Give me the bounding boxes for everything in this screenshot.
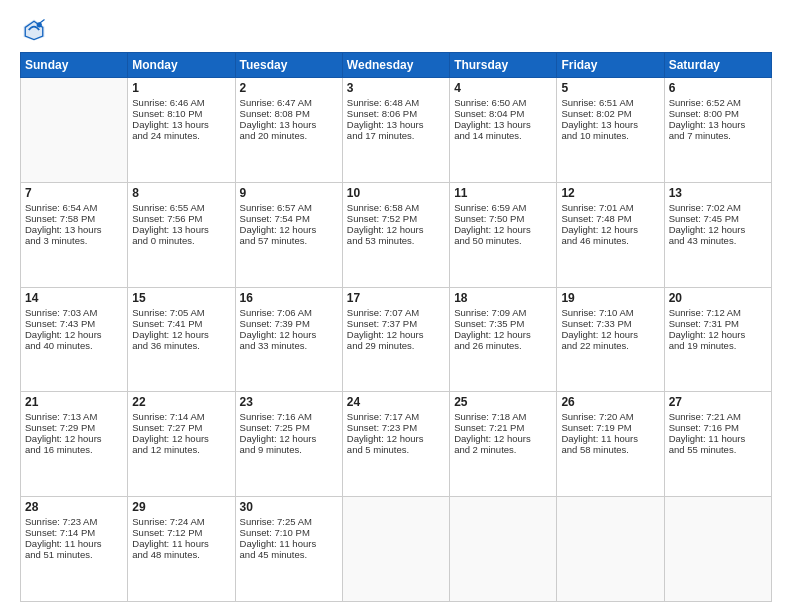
day-info-line: and 16 minutes. bbox=[25, 444, 123, 455]
calendar-header-row: SundayMondayTuesdayWednesdayThursdayFrid… bbox=[21, 53, 772, 78]
calendar-cell: 26Sunrise: 7:20 AMSunset: 7:19 PMDayligh… bbox=[557, 392, 664, 497]
calendar-cell: 11Sunrise: 6:59 AMSunset: 7:50 PMDayligh… bbox=[450, 182, 557, 287]
day-info-line: Sunrise: 7:21 AM bbox=[669, 411, 767, 422]
day-info-line: Sunrise: 6:55 AM bbox=[132, 202, 230, 213]
day-info-line: and 26 minutes. bbox=[454, 340, 552, 351]
day-info-line: Sunrise: 7:20 AM bbox=[561, 411, 659, 422]
calendar-cell: 21Sunrise: 7:13 AMSunset: 7:29 PMDayligh… bbox=[21, 392, 128, 497]
day-number: 9 bbox=[240, 186, 338, 200]
calendar-day-header: Wednesday bbox=[342, 53, 449, 78]
day-info-line: Sunset: 7:25 PM bbox=[240, 422, 338, 433]
calendar-cell: 22Sunrise: 7:14 AMSunset: 7:27 PMDayligh… bbox=[128, 392, 235, 497]
day-info-line: Sunrise: 7:12 AM bbox=[669, 307, 767, 318]
calendar-cell: 2Sunrise: 6:47 AMSunset: 8:08 PMDaylight… bbox=[235, 78, 342, 183]
day-info-line: Sunset: 8:02 PM bbox=[561, 108, 659, 119]
day-info-line: Daylight: 11 hours bbox=[561, 433, 659, 444]
calendar-cell bbox=[664, 497, 771, 602]
calendar-cell: 29Sunrise: 7:24 AMSunset: 7:12 PMDayligh… bbox=[128, 497, 235, 602]
day-number: 3 bbox=[347, 81, 445, 95]
day-number: 23 bbox=[240, 395, 338, 409]
calendar-week-row: 14Sunrise: 7:03 AMSunset: 7:43 PMDayligh… bbox=[21, 287, 772, 392]
day-info-line: and 53 minutes. bbox=[347, 235, 445, 246]
day-info-line: Daylight: 12 hours bbox=[240, 224, 338, 235]
day-number: 17 bbox=[347, 291, 445, 305]
calendar-cell: 16Sunrise: 7:06 AMSunset: 7:39 PMDayligh… bbox=[235, 287, 342, 392]
day-info-line: Daylight: 13 hours bbox=[669, 119, 767, 130]
calendar-week-row: 21Sunrise: 7:13 AMSunset: 7:29 PMDayligh… bbox=[21, 392, 772, 497]
day-info-line: and 36 minutes. bbox=[132, 340, 230, 351]
calendar-cell: 7Sunrise: 6:54 AMSunset: 7:58 PMDaylight… bbox=[21, 182, 128, 287]
day-info-line: Sunrise: 7:03 AM bbox=[25, 307, 123, 318]
day-info-line: Daylight: 12 hours bbox=[25, 329, 123, 340]
day-info-line: Daylight: 11 hours bbox=[240, 538, 338, 549]
day-info-line: Sunset: 7:12 PM bbox=[132, 527, 230, 538]
day-info-line: Daylight: 12 hours bbox=[347, 224, 445, 235]
calendar-day-header: Monday bbox=[128, 53, 235, 78]
day-info-line: Daylight: 11 hours bbox=[132, 538, 230, 549]
day-info-line: Sunset: 7:21 PM bbox=[454, 422, 552, 433]
day-info-line: Daylight: 12 hours bbox=[561, 224, 659, 235]
day-info-line: Sunrise: 6:51 AM bbox=[561, 97, 659, 108]
day-number: 27 bbox=[669, 395, 767, 409]
day-info-line: Sunset: 8:06 PM bbox=[347, 108, 445, 119]
day-info-line: Daylight: 12 hours bbox=[347, 433, 445, 444]
day-number: 4 bbox=[454, 81, 552, 95]
day-info-line: and 48 minutes. bbox=[132, 549, 230, 560]
day-info-line: Sunset: 7:10 PM bbox=[240, 527, 338, 538]
day-info-line: Sunrise: 7:01 AM bbox=[561, 202, 659, 213]
day-info-line: Daylight: 12 hours bbox=[240, 433, 338, 444]
calendar-cell bbox=[21, 78, 128, 183]
calendar-cell: 30Sunrise: 7:25 AMSunset: 7:10 PMDayligh… bbox=[235, 497, 342, 602]
day-info-line: Daylight: 12 hours bbox=[561, 329, 659, 340]
day-info-line: and 46 minutes. bbox=[561, 235, 659, 246]
day-info-line: Sunrise: 6:59 AM bbox=[454, 202, 552, 213]
calendar-cell: 13Sunrise: 7:02 AMSunset: 7:45 PMDayligh… bbox=[664, 182, 771, 287]
day-info-line: and 57 minutes. bbox=[240, 235, 338, 246]
calendar-cell: 19Sunrise: 7:10 AMSunset: 7:33 PMDayligh… bbox=[557, 287, 664, 392]
calendar-cell: 3Sunrise: 6:48 AMSunset: 8:06 PMDaylight… bbox=[342, 78, 449, 183]
day-info-line: Sunrise: 6:52 AM bbox=[669, 97, 767, 108]
day-number: 6 bbox=[669, 81, 767, 95]
day-info-line: Sunset: 7:45 PM bbox=[669, 213, 767, 224]
day-info-line: Daylight: 11 hours bbox=[669, 433, 767, 444]
day-info-line: and 24 minutes. bbox=[132, 130, 230, 141]
day-info-line: Sunset: 7:14 PM bbox=[25, 527, 123, 538]
day-number: 25 bbox=[454, 395, 552, 409]
day-info-line: Sunrise: 7:07 AM bbox=[347, 307, 445, 318]
calendar-cell: 8Sunrise: 6:55 AMSunset: 7:56 PMDaylight… bbox=[128, 182, 235, 287]
day-info-line: Sunset: 7:54 PM bbox=[240, 213, 338, 224]
day-info-line: Sunset: 7:52 PM bbox=[347, 213, 445, 224]
day-number: 15 bbox=[132, 291, 230, 305]
day-info-line: Sunset: 7:58 PM bbox=[25, 213, 123, 224]
day-info-line: Daylight: 12 hours bbox=[669, 224, 767, 235]
calendar-cell bbox=[557, 497, 664, 602]
day-number: 28 bbox=[25, 500, 123, 514]
calendar-cell bbox=[450, 497, 557, 602]
day-info-line: and 14 minutes. bbox=[454, 130, 552, 141]
day-info-line: and 33 minutes. bbox=[240, 340, 338, 351]
day-number: 16 bbox=[240, 291, 338, 305]
day-info-line: Sunrise: 7:18 AM bbox=[454, 411, 552, 422]
day-info-line: Sunrise: 7:14 AM bbox=[132, 411, 230, 422]
day-info-line: Daylight: 12 hours bbox=[454, 224, 552, 235]
day-info-line: Sunset: 7:33 PM bbox=[561, 318, 659, 329]
day-info-line: and 10 minutes. bbox=[561, 130, 659, 141]
calendar-cell bbox=[342, 497, 449, 602]
logo bbox=[20, 16, 52, 44]
calendar-cell: 1Sunrise: 6:46 AMSunset: 8:10 PMDaylight… bbox=[128, 78, 235, 183]
day-info-line: Sunset: 7:19 PM bbox=[561, 422, 659, 433]
calendar-day-header: Friday bbox=[557, 53, 664, 78]
day-info-line: Sunset: 7:41 PM bbox=[132, 318, 230, 329]
day-info-line: Daylight: 12 hours bbox=[132, 433, 230, 444]
page: SundayMondayTuesdayWednesdayThursdayFrid… bbox=[0, 0, 792, 612]
day-info-line: Sunrise: 6:47 AM bbox=[240, 97, 338, 108]
day-info-line: and 50 minutes. bbox=[454, 235, 552, 246]
calendar-cell: 20Sunrise: 7:12 AMSunset: 7:31 PMDayligh… bbox=[664, 287, 771, 392]
day-info-line: Sunset: 7:23 PM bbox=[347, 422, 445, 433]
calendar-day-header: Thursday bbox=[450, 53, 557, 78]
day-info-line: Sunset: 8:00 PM bbox=[669, 108, 767, 119]
day-number: 13 bbox=[669, 186, 767, 200]
calendar-cell: 6Sunrise: 6:52 AMSunset: 8:00 PMDaylight… bbox=[664, 78, 771, 183]
day-info-line: Sunset: 7:39 PM bbox=[240, 318, 338, 329]
day-info-line: Sunset: 7:35 PM bbox=[454, 318, 552, 329]
